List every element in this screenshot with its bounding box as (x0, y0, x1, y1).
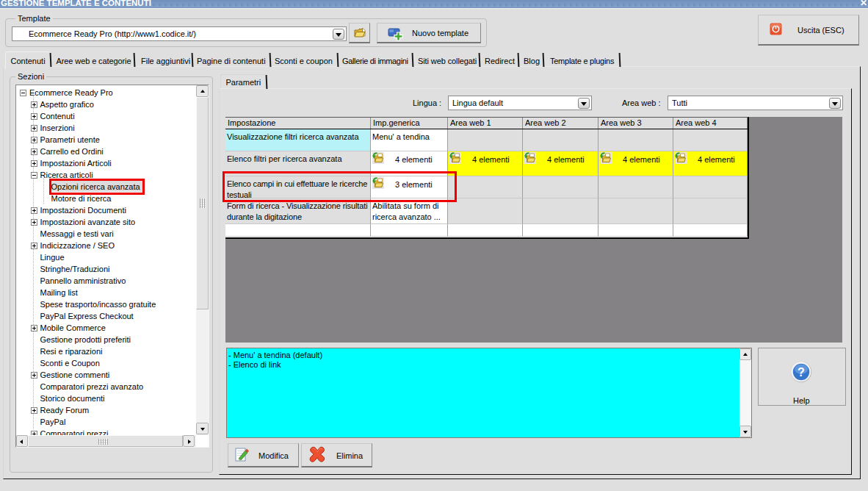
svg-text:?: ? (798, 366, 805, 379)
